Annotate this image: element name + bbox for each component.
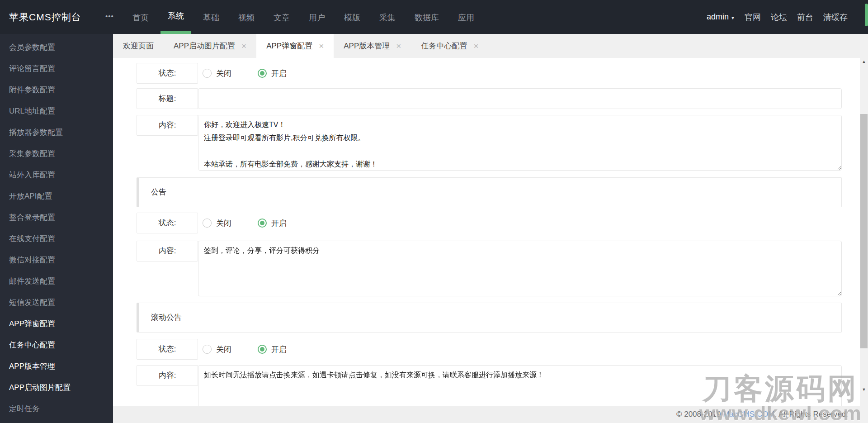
sidebar: 会员参数配置 评论留言配置 附件参数配置 URL地址配置 播放器参数配置 采集参… xyxy=(0,34,113,423)
user-menu[interactable]: admin▼ xyxy=(707,12,735,22)
scrollbar[interactable]: ▲ ▼ xyxy=(860,0,868,423)
sidebar-item-url-config[interactable]: URL地址配置 xyxy=(0,100,113,122)
nav-item-database[interactable]: 数据库 xyxy=(407,0,446,34)
tab-welcome[interactable]: 欢迎页面 xyxy=(113,34,164,58)
sidebar-item-offsite-config[interactable]: 站外入库配置 xyxy=(0,164,113,185)
status-label: 状态: xyxy=(137,339,198,360)
radio-off[interactable] xyxy=(203,69,212,78)
radio-on[interactable] xyxy=(258,345,267,354)
popup-content-textarea[interactable]: 你好，欢迎进入极速TV！ 注册登录即可观看所有影片,积分可兑换所有权限。 本站承… xyxy=(198,115,842,171)
top-header: 苹果CMS控制台 ••• 首页 系统 基础 视频 文章 用户 模版 采集 数据库… xyxy=(0,0,868,34)
scroll-up-arrow[interactable]: ▲ xyxy=(860,59,868,64)
popup-content-row: 内容: 你好，欢迎进入极速TV！ 注册登录即可观看所有影片,积分可兑换所有权限。… xyxy=(137,115,842,171)
content-field-wrap: 签到，评论，分享，评分可获得积分 xyxy=(198,241,842,298)
tab-label: APP启动图片配置 xyxy=(174,34,235,58)
scrollbar-thumb[interactable] xyxy=(860,114,868,348)
sidebar-item-cron-task[interactable]: 定时任务 xyxy=(0,398,113,419)
nav-item-system[interactable]: 系统 xyxy=(160,0,191,34)
radio-off-label[interactable]: 关闭 xyxy=(216,218,231,228)
tab-app-version[interactable]: APP版本管理 × xyxy=(334,34,411,58)
radio-on-label[interactable]: 开启 xyxy=(271,68,287,79)
link-frontend[interactable]: 前台 xyxy=(792,12,818,23)
nav-item-article[interactable]: 文章 xyxy=(266,0,297,34)
nav-item-apps[interactable]: 应用 xyxy=(451,0,481,34)
sidebar-item-app-version[interactable]: APP版本管理 xyxy=(0,356,113,377)
radio-off-label[interactable]: 关闭 xyxy=(216,68,231,79)
notice-content-row: 内容: 签到，评论，分享，评分可获得积分 xyxy=(137,241,842,296)
sidebar-item-member-params[interactable]: 会员参数配置 xyxy=(0,37,113,58)
scrollbar-header-track xyxy=(860,0,868,34)
app-popup-config-panel: 状态: 关闭 开启 标题: 内容: 你好，欢迎进入极速TV！ 注册登录即可观看所… xyxy=(113,58,860,423)
nav-item-template[interactable]: 模版 xyxy=(337,0,368,34)
popup-title-input[interactable] xyxy=(198,88,842,109)
header-right: admin▼ 官网 论坛 前台 清缓存 xyxy=(707,0,853,34)
nav-item-user[interactable]: 用户 xyxy=(302,0,332,34)
sidebar-item-open-api-config[interactable]: 开放API配置 xyxy=(0,185,113,207)
radio-on[interactable] xyxy=(258,219,267,228)
sidebar-item-comment-config[interactable]: 评论留言配置 xyxy=(0,58,113,79)
nav-item-basic[interactable]: 基础 xyxy=(196,0,226,34)
content-label: 内容: xyxy=(137,365,198,386)
tab-task-center-config[interactable]: 任务中心配置 × xyxy=(411,34,488,58)
close-icon[interactable]: × xyxy=(241,42,246,50)
popup-status-radio-group: 关闭 开启 xyxy=(203,63,287,84)
close-icon[interactable]: × xyxy=(473,42,478,50)
tab-label: 任务中心配置 xyxy=(421,34,467,58)
notice-status-row: 状态: 关闭 开启 xyxy=(137,213,842,233)
sidebar-item-collect-config[interactable]: 采集参数配置 xyxy=(0,143,113,164)
radio-off-label[interactable]: 关闭 xyxy=(216,344,231,355)
nav-item-home[interactable]: 首页 xyxy=(125,0,156,34)
sidebar-item-wechat-config[interactable]: 微信对接配置 xyxy=(0,249,113,271)
footer-copyright: © 2008-2019 MacCMS.COM. All Rights Reser… xyxy=(113,406,860,423)
status-label: 状态: xyxy=(137,213,198,233)
content-label: 内容: xyxy=(137,241,198,261)
link-forum[interactable]: 论坛 xyxy=(766,12,792,23)
status-label: 状态: xyxy=(137,63,198,84)
scroll-notice-status-row: 状态: 关闭 开启 xyxy=(137,339,842,360)
radio-on-label[interactable]: 开启 xyxy=(271,344,287,355)
notice-content-textarea[interactable]: 签到，评论，分享，评分可获得积分 xyxy=(198,241,842,296)
sidebar-item-task-center-config[interactable]: 任务中心配置 xyxy=(0,334,113,356)
tab-label: 欢迎页面 xyxy=(123,34,154,58)
main-nav: 首页 系统 基础 视频 文章 用户 模版 采集 数据库 应用 xyxy=(123,0,484,34)
radio-off[interactable] xyxy=(203,345,212,354)
scroll-notice-section-header: 滚动公告 xyxy=(137,303,842,333)
close-icon[interactable]: × xyxy=(319,42,324,50)
title-field-wrap xyxy=(198,88,842,109)
sidebar-item-app-popup-config[interactable]: APP弹窗配置 xyxy=(0,313,113,334)
content-label: 内容: xyxy=(137,115,198,136)
nav-item-collect[interactable]: 采集 xyxy=(372,0,403,34)
user-name: admin xyxy=(707,12,729,21)
popup-title-row: 标题: xyxy=(137,88,842,109)
more-dots-icon[interactable]: ••• xyxy=(105,0,114,34)
sidebar-item-payment-config[interactable]: 在线支付配置 xyxy=(0,228,113,249)
sidebar-item-player-config[interactable]: 播放器参数配置 xyxy=(0,122,113,143)
sidebar-item-app-splash-config[interactable]: APP启动图片配置 xyxy=(0,377,113,398)
sidebar-item-sms-config[interactable]: 短信发送配置 xyxy=(0,292,113,313)
sidebar-item-email-config[interactable]: 邮件发送配置 xyxy=(0,271,113,292)
tab-app-splash-config[interactable]: APP启动图片配置 × xyxy=(164,34,256,58)
tab-bar: 欢迎页面 APP启动图片配置 × APP弹窗配置 × APP版本管理 × 任务中… xyxy=(113,34,860,58)
content-field-wrap: 你好，欢迎进入极速TV！ 注册登录即可观看所有影片,积分可兑换所有权限。 本站承… xyxy=(198,115,842,172)
scroll-down-arrow[interactable]: ▼ xyxy=(860,387,868,392)
notice-section-header: 公告 xyxy=(137,177,842,207)
notice-status-radio-group: 关闭 开启 xyxy=(203,213,287,233)
close-icon[interactable]: × xyxy=(396,42,401,50)
copyright-prefix: © 2008-2019 xyxy=(676,410,723,418)
scrollbar-green-thumb[interactable] xyxy=(865,4,868,26)
maccms-link[interactable]: MacCMS.COM xyxy=(723,410,774,418)
sidebar-menu: 会员参数配置 评论留言配置 附件参数配置 URL地址配置 播放器参数配置 采集参… xyxy=(0,34,113,419)
tab-label: APP版本管理 xyxy=(344,34,390,58)
tab-app-popup-config[interactable]: APP弹窗配置 × xyxy=(256,34,334,58)
radio-on-label[interactable]: 开启 xyxy=(271,218,287,228)
link-official-site[interactable]: 官网 xyxy=(740,12,766,23)
nav-item-video[interactable]: 视频 xyxy=(231,0,262,34)
radio-off[interactable] xyxy=(203,219,212,228)
radio-on[interactable] xyxy=(258,69,267,78)
sidebar-item-login-config[interactable]: 整合登录配置 xyxy=(0,207,113,228)
scroll-notice-status-radio-group: 关闭 开启 xyxy=(203,339,287,360)
sidebar-item-attachment-config[interactable]: 附件参数配置 xyxy=(0,79,113,100)
copyright-suffix: . All Rights Reserved. xyxy=(774,410,848,418)
link-clear-cache[interactable]: 清缓存 xyxy=(818,12,853,23)
title-label: 标题: xyxy=(137,88,198,109)
